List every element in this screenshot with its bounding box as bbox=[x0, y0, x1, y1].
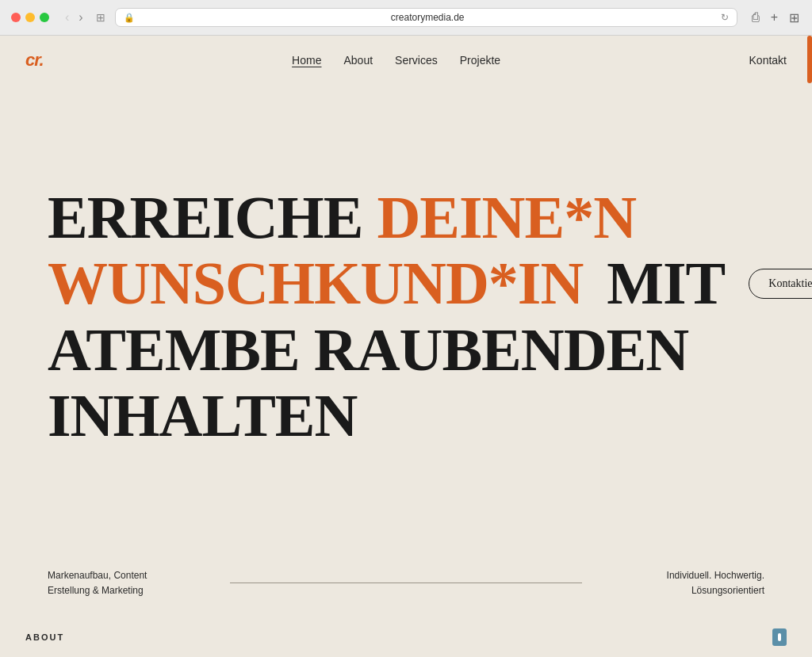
info-icon bbox=[772, 628, 787, 646]
hero-footer: Markenaufbau, Content Erstellung & Marke… bbox=[0, 549, 812, 617]
traffic-lights bbox=[11, 13, 49, 22]
hero-line2: WUNSCHKUND*IN MIT Kontaktiere uns bbox=[48, 250, 772, 317]
hero-line2-orange: WUNSCHKUND*IN bbox=[48, 250, 583, 317]
share-button[interactable]: ⎙ bbox=[750, 9, 761, 26]
browser-chrome: ‹ › ⊞ 🔒 creatorymedia.de ↻ ⎙ + ⊞ bbox=[0, 0, 812, 36]
window-icon: ⊞ bbox=[96, 11, 105, 24]
address-bar[interactable]: 🔒 creatorymedia.de ↻ bbox=[115, 8, 737, 27]
back-button[interactable]: ‹ bbox=[62, 10, 72, 25]
browser-nav-buttons: ‹ › bbox=[62, 10, 86, 25]
footer-left-line1: Markenaufbau, Content bbox=[48, 568, 206, 583]
nav-projekte[interactable]: Projekte bbox=[460, 54, 500, 67]
grid-button[interactable]: ⊞ bbox=[787, 9, 801, 27]
nav-home[interactable]: Home bbox=[292, 54, 321, 67]
browser-titlebar: ‹ › ⊞ 🔒 creatorymedia.de ↻ ⎙ + ⊞ bbox=[0, 0, 812, 35]
maximize-button[interactable] bbox=[40, 13, 49, 22]
reload-icon: ↻ bbox=[721, 12, 729, 23]
browser-action-buttons: ⎙ + ⊞ bbox=[750, 9, 801, 27]
nav-services[interactable]: Services bbox=[395, 54, 438, 67]
bottom-bar: ABOUT bbox=[0, 617, 812, 657]
site-nav: cr. Home About Services Projekte Kontakt bbox=[0, 36, 812, 85]
site-logo[interactable]: cr. bbox=[25, 50, 44, 71]
nav-about[interactable]: About bbox=[343, 54, 373, 67]
scrollbar-indicator[interactable] bbox=[807, 36, 812, 83]
minimize-button[interactable] bbox=[25, 13, 35, 22]
url-text: creatorymedia.de bbox=[140, 12, 716, 23]
close-button[interactable] bbox=[11, 13, 21, 22]
footer-right-line2: Lösungsorientiert bbox=[606, 583, 764, 598]
footer-right-text: Individuell. Hochwertig. Lösungsorientie… bbox=[606, 568, 764, 598]
hero-headline: ERREICHE DEINE*N WUNSCHKUND*IN MIT Konta… bbox=[48, 185, 772, 449]
footer-left-text: Markenaufbau, Content Erstellung & Marke… bbox=[48, 568, 206, 598]
new-tab-button[interactable]: + bbox=[769, 9, 779, 26]
hero-line1-black: ERREICHE bbox=[48, 184, 377, 250]
hero-line2-black: MIT bbox=[607, 250, 725, 317]
nav-links: Home About Services Projekte bbox=[292, 54, 500, 67]
forward-button[interactable]: › bbox=[75, 10, 86, 25]
hero-line3: ATEMBE RAUBENDEN INHALTEN bbox=[48, 317, 772, 449]
website-content: cr. Home About Services Projekte Kontakt… bbox=[0, 36, 812, 617]
hero-line1-orange: DEINE*N bbox=[377, 184, 636, 250]
bottom-about-label: ABOUT bbox=[25, 632, 64, 642]
hero-section: ERREICHE DEINE*N WUNSCHKUND*IN MIT Konta… bbox=[0, 85, 812, 549]
lock-icon: 🔒 bbox=[124, 13, 135, 23]
info-icon-inner bbox=[778, 633, 781, 641]
footer-divider-line bbox=[230, 583, 582, 583]
hero-line1: ERREICHE DEINE*N bbox=[48, 185, 772, 251]
kontaktiere-button[interactable]: Kontaktiere uns bbox=[749, 269, 812, 299]
footer-right-line1: Individuell. Hochwertig. bbox=[606, 568, 764, 583]
nav-kontakt[interactable]: Kontakt bbox=[749, 54, 787, 67]
footer-left-line2: Erstellung & Marketing bbox=[48, 583, 206, 598]
